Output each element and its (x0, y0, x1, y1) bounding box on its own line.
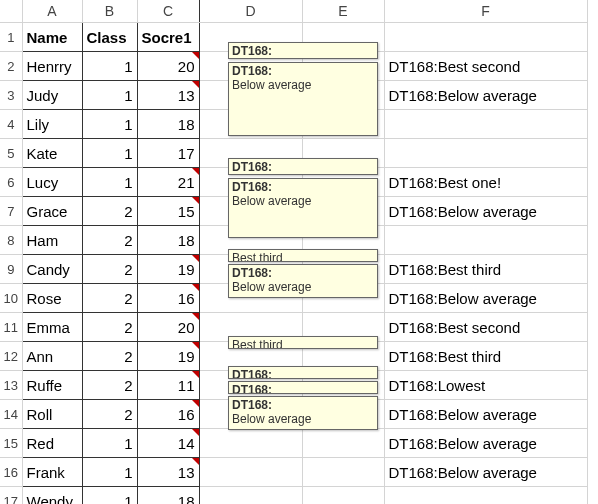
comment-indicator-icon[interactable] (192, 313, 199, 320)
col-header-f[interactable]: F (384, 0, 587, 23)
comment-indicator-icon[interactable] (192, 168, 199, 175)
cell-e[interactable] (302, 400, 384, 429)
cell-class[interactable]: 1 (82, 487, 137, 505)
cell-e[interactable] (302, 458, 384, 487)
row-header[interactable]: 8 (0, 226, 22, 255)
comment-indicator-icon[interactable] (192, 255, 199, 262)
row-header[interactable]: 15 (0, 429, 22, 458)
cell-f[interactable]: DT168:Below average (384, 284, 587, 313)
comment-indicator-icon[interactable] (192, 429, 199, 436)
cell-d[interactable] (199, 284, 302, 313)
cell-score[interactable]: 19 (137, 255, 199, 284)
cell-class[interactable]: 1 (82, 52, 137, 81)
comment-indicator-icon[interactable] (192, 371, 199, 378)
header-score[interactable]: Socre1 (137, 23, 199, 52)
cell-f[interactable] (384, 226, 587, 255)
cell-class[interactable]: 2 (82, 255, 137, 284)
cell-score[interactable]: 13 (137, 458, 199, 487)
cell-class[interactable]: 1 (82, 81, 137, 110)
comment-indicator-icon[interactable] (192, 342, 199, 349)
cell-d[interactable] (199, 110, 302, 139)
cell-name[interactable]: Red (22, 429, 82, 458)
col-header-d[interactable]: D (199, 0, 302, 23)
cell-f[interactable]: DT168:Lowest (384, 371, 587, 400)
cell-name[interactable]: Lily (22, 110, 82, 139)
cell-d[interactable] (199, 371, 302, 400)
cell-score[interactable]: 20 (137, 313, 199, 342)
comment-indicator-icon[interactable] (192, 197, 199, 204)
cell-d[interactable] (199, 226, 302, 255)
row-header[interactable]: 6 (0, 168, 22, 197)
cell-e[interactable] (302, 342, 384, 371)
cell-class[interactable]: 2 (82, 197, 137, 226)
cell-d[interactable] (199, 429, 302, 458)
cell-name[interactable]: Grace (22, 197, 82, 226)
cell-e[interactable] (302, 110, 384, 139)
cell-f[interactable] (384, 487, 587, 505)
comment-indicator-icon[interactable] (192, 52, 199, 59)
cell-d[interactable] (199, 139, 302, 168)
col-header-a[interactable]: A (22, 0, 82, 23)
row-header[interactable]: 17 (0, 487, 22, 505)
comment-indicator-icon[interactable] (192, 284, 199, 291)
cell-f[interactable]: DT168:Below average (384, 429, 587, 458)
cell-e1[interactable] (302, 23, 384, 52)
cell-e[interactable] (302, 139, 384, 168)
cell-score[interactable]: 18 (137, 110, 199, 139)
cell-f[interactable]: DT168:Below average (384, 458, 587, 487)
cell-d[interactable] (199, 487, 302, 505)
cell-name[interactable]: Henrry (22, 52, 82, 81)
cell-f[interactable] (384, 110, 587, 139)
cell-d[interactable] (199, 400, 302, 429)
cell-score[interactable]: 16 (137, 400, 199, 429)
cell-score[interactable]: 15 (137, 197, 199, 226)
row-header[interactable]: 2 (0, 52, 22, 81)
comment-indicator-icon[interactable] (192, 400, 199, 407)
cell-d[interactable] (199, 458, 302, 487)
select-all-corner[interactable] (0, 0, 22, 23)
cell-class[interactable]: 2 (82, 371, 137, 400)
row-header[interactable]: 12 (0, 342, 22, 371)
row-header[interactable]: 4 (0, 110, 22, 139)
cell-name[interactable]: Kate (22, 139, 82, 168)
cell-name[interactable]: Lucy (22, 168, 82, 197)
row-header[interactable]: 13 (0, 371, 22, 400)
comment-indicator-icon[interactable] (192, 458, 199, 465)
cell-e[interactable] (302, 284, 384, 313)
cell-name[interactable]: Roll (22, 400, 82, 429)
cell-d[interactable] (199, 255, 302, 284)
row-header[interactable]: 16 (0, 458, 22, 487)
cell-f[interactable]: DT168:Best second (384, 52, 587, 81)
cell-class[interactable]: 1 (82, 458, 137, 487)
header-name[interactable]: Name (22, 23, 82, 52)
row-header[interactable]: 3 (0, 81, 22, 110)
cell-e[interactable] (302, 487, 384, 505)
cell-e[interactable] (302, 81, 384, 110)
cell-d[interactable] (199, 197, 302, 226)
cell-score[interactable]: 18 (137, 487, 199, 505)
cell-f[interactable]: DT168:Best third (384, 342, 587, 371)
cell-f1[interactable] (384, 23, 587, 52)
row-header[interactable]: 11 (0, 313, 22, 342)
cell-class[interactable]: 1 (82, 110, 137, 139)
header-class[interactable]: Class (82, 23, 137, 52)
cell-f[interactable]: DT168:Best third (384, 255, 587, 284)
cell-d1[interactable] (199, 23, 302, 52)
cell-class[interactable]: 1 (82, 139, 137, 168)
cell-class[interactable]: 2 (82, 226, 137, 255)
cell-e[interactable] (302, 52, 384, 81)
cell-name[interactable]: Candy (22, 255, 82, 284)
cell-f[interactable]: DT168:Below average (384, 81, 587, 110)
col-header-c[interactable]: C (137, 0, 199, 23)
cell-class[interactable]: 2 (82, 284, 137, 313)
cell-name[interactable]: Emma (22, 313, 82, 342)
cell-d[interactable] (199, 81, 302, 110)
cell-score[interactable]: 14 (137, 429, 199, 458)
row-header[interactable]: 5 (0, 139, 22, 168)
cell-f[interactable]: DT168:Best one! (384, 168, 587, 197)
cell-d[interactable] (199, 342, 302, 371)
cell-e[interactable] (302, 313, 384, 342)
row-header[interactable]: 10 (0, 284, 22, 313)
cell-e[interactable] (302, 429, 384, 458)
cell-e[interactable] (302, 168, 384, 197)
